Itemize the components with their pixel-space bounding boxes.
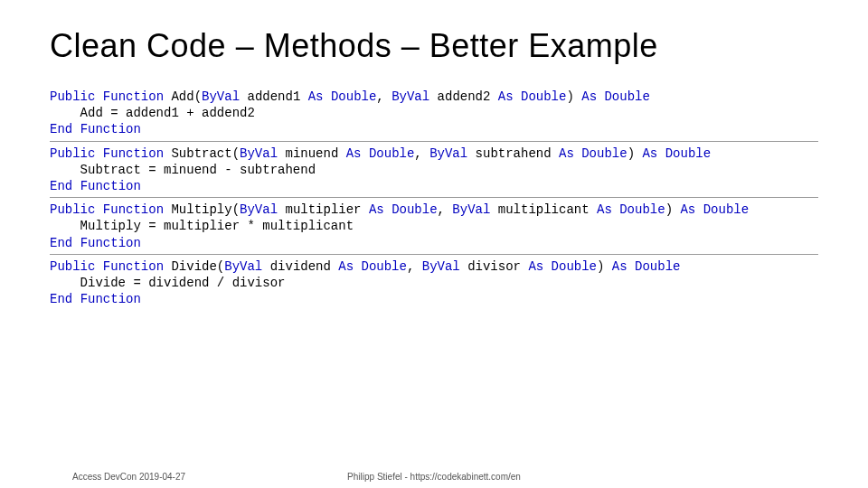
code-block: Public Function Add(ByVal addend1 As Dou… xyxy=(50,85,818,141)
slide-title: Clean Code – Methods – Better Example xyxy=(50,27,818,65)
slide: Clean Code – Methods – Better Example Pu… xyxy=(0,0,868,488)
code-block: Public Function Divide(ByVal dividend As… xyxy=(50,255,818,311)
footer-center: Philipp Stiefel - https://codekabinett.c… xyxy=(0,472,868,482)
code-block: Public Function Subtract(ByVal minuend A… xyxy=(50,142,818,198)
code-area: Public Function Add(ByVal addend1 As Dou… xyxy=(50,85,818,310)
code-block: Public Function Multiply(ByVal multiplie… xyxy=(50,198,818,254)
